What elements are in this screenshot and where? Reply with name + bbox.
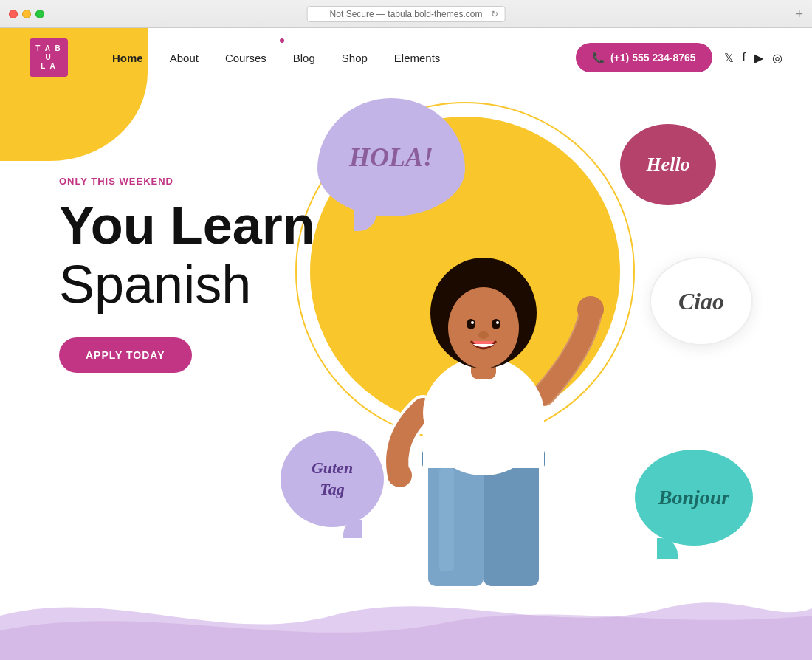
apply-today-button[interactable]: APPLY TODAY [59, 337, 192, 373]
bonjour-text: Bonjour [658, 486, 730, 509]
phone-button[interactable]: 📞 (+1) 555 234-8765 [576, 43, 712, 72]
hello-text: Hello [646, 154, 689, 176]
instagram-icon[interactable]: ◎ [772, 51, 782, 65]
nav-right: 📞 (+1) 555 234-8765 𝕏 f ▶ ◎ [576, 43, 782, 72]
nav-links: Home About Courses Blog Shop Elements [112, 52, 576, 64]
svg-point-11 [492, 319, 500, 329]
minimize-button[interactable] [22, 10, 31, 18]
phone-icon: 📞 [592, 52, 605, 63]
hero-title-bold: You Learn [59, 199, 315, 252]
maximize-button[interactable] [35, 10, 44, 18]
youtube-icon[interactable]: ▶ [754, 51, 763, 65]
facebook-icon[interactable]: f [743, 51, 746, 64]
svg-point-14 [478, 331, 489, 339]
nav-courses[interactable]: Courses [225, 52, 266, 64]
hero-subtitle: ONLY THIS WEEKEND [59, 176, 315, 187]
logo[interactable]: T A BUL A [30, 38, 68, 77]
hero-title-light: Spanish [59, 258, 315, 311]
hello-bubble: Hello [620, 124, 716, 205]
social-icons: 𝕏 f ▶ ◎ [724, 51, 782, 65]
svg-point-9 [448, 287, 519, 368]
twitter-icon[interactable]: 𝕏 [724, 51, 734, 65]
logo-text: T A BUL A [35, 44, 61, 71]
browser-chrome: Not Secure — tabula.bold-themes.com ↻ + [0, 0, 812, 28]
traffic-lights [9, 10, 44, 18]
url-text: Not Secure — tabula.bold-themes.com [330, 9, 483, 19]
nav-shop[interactable]: Shop [342, 52, 368, 64]
website: T A BUL A Home About Courses Blog Shop E… [0, 28, 812, 660]
svg-rect-0 [428, 461, 484, 586]
svg-point-10 [467, 319, 475, 329]
svg-point-15 [577, 296, 604, 323]
ciao-bubble: Ciao [650, 257, 753, 346]
svg-rect-2 [439, 468, 454, 571]
close-button[interactable] [9, 10, 18, 18]
person-illustration [362, 224, 605, 586]
hola-text: HOLA! [349, 142, 433, 173]
svg-point-16 [388, 464, 412, 487]
nav-about[interactable]: About [170, 52, 199, 64]
guten-tag-text: GutenTag [312, 458, 353, 500]
refresh-icon: ↻ [491, 9, 498, 19]
nav-elements[interactable]: Elements [394, 52, 441, 64]
ciao-text: Ciao [678, 288, 724, 315]
svg-point-13 [496, 321, 499, 324]
svg-point-12 [471, 321, 474, 324]
phone-number: (+1) 555 234-8765 [610, 52, 696, 63]
nav-home[interactable]: Home [112, 52, 143, 64]
hero-content: ONLY THIS WEEKEND You Learn Spanish APPL… [59, 176, 315, 373]
navbar: T A BUL A Home About Courses Blog Shop E… [0, 28, 812, 87]
address-bar[interactable]: Not Secure — tabula.bold-themes.com ↻ [307, 6, 506, 22]
guten-tag-bubble: GutenTag [281, 431, 384, 527]
bonjour-bubble: Bonjour [635, 450, 753, 546]
new-tab-button[interactable]: + [795, 7, 803, 21]
nav-blog[interactable]: Blog [293, 52, 315, 64]
svg-rect-1 [484, 461, 539, 586]
